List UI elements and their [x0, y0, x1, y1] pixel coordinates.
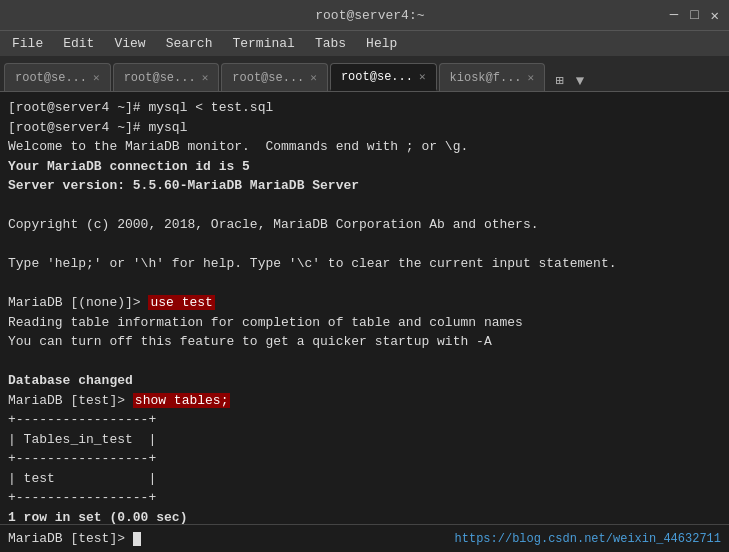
terminal-line-2: [root@server4 ~]# mysql	[8, 118, 721, 138]
title-bar: root@server4:~ ─ □ ✕	[0, 0, 729, 30]
terminal-line-22: 1 row in set (0.00 sec)	[8, 508, 721, 525]
cursor	[133, 532, 141, 546]
maximize-button[interactable]: □	[690, 7, 698, 24]
menu-search[interactable]: Search	[158, 34, 221, 53]
tab-1-close[interactable]: ✕	[93, 71, 100, 84]
use-test-highlight: use test	[148, 295, 214, 310]
tab-3-label: root@se...	[232, 71, 304, 85]
tab-bar: root@se... ✕ root@se... ✕ root@se... ✕ r…	[0, 56, 729, 92]
menu-edit[interactable]: Edit	[55, 34, 102, 53]
tab-4-close[interactable]: ✕	[419, 70, 426, 83]
tab-1-label: root@se...	[15, 71, 87, 85]
terminal-line-13: You can turn off this feature to get a q…	[8, 332, 721, 352]
tab-4[interactable]: root@se... ✕	[330, 63, 437, 91]
status-bar: MariaDB [test]> https://blog.csdn.net/we…	[0, 524, 729, 552]
terminal-line-7: Copyright (c) 2000, 2018, Oracle, MariaD…	[8, 215, 721, 235]
close-button[interactable]: ✕	[711, 7, 719, 24]
terminal-line-15: Database changed	[8, 371, 721, 391]
show-tables-highlight: show tables;	[133, 393, 231, 408]
menu-view[interactable]: View	[106, 34, 153, 53]
terminal-line-20: | test |	[8, 469, 721, 489]
terminal-line-12: Reading table information for completion…	[8, 313, 721, 333]
minimize-button[interactable]: ─	[670, 7, 678, 24]
tab-2[interactable]: root@se... ✕	[113, 63, 220, 91]
tab-3-close[interactable]: ✕	[310, 71, 317, 84]
terminal-line-6	[8, 196, 721, 216]
terminal-line-3: Welcome to the MariaDB monitor. Commands…	[8, 137, 721, 157]
terminal-line-1: [root@server4 ~]# mysql < test.sql	[8, 98, 721, 118]
tab-dropdown-button[interactable]: ▼	[572, 71, 588, 91]
tab-2-close[interactable]: ✕	[202, 71, 209, 84]
terminal-line-18: | Tables_in_test |	[8, 430, 721, 450]
terminal-line-5: Server version: 5.5.60-MariaDB MariaDB S…	[8, 176, 721, 196]
menu-help[interactable]: Help	[358, 34, 405, 53]
terminal-line-16: MariaDB [test]> show tables;	[8, 391, 721, 411]
menu-bar: File Edit View Search Terminal Tabs Help	[0, 30, 729, 56]
status-prompt: MariaDB [test]>	[8, 531, 141, 546]
menu-terminal[interactable]: Terminal	[224, 34, 302, 53]
new-tab-button[interactable]: ⊞	[551, 70, 567, 91]
terminal-line-21: +-----------------+	[8, 488, 721, 508]
terminal-line-10	[8, 274, 721, 294]
terminal-line-9: Type 'help;' or '\h' for help. Type '\c'…	[8, 254, 721, 274]
tab-1[interactable]: root@se... ✕	[4, 63, 111, 91]
title-bar-title: root@server4:~	[70, 8, 670, 23]
terminal-line-11: MariaDB [(none)]> use test	[8, 293, 721, 313]
status-url: https://blog.csdn.net/weixin_44632711	[455, 532, 721, 546]
terminal[interactable]: [root@server4 ~]# mysql < test.sql [root…	[0, 92, 729, 524]
terminal-line-4: Your MariaDB connection id is 5	[8, 157, 721, 177]
tab-actions: ⊞ ▼	[551, 70, 588, 91]
tab-3[interactable]: root@se... ✕	[221, 63, 328, 91]
menu-tabs[interactable]: Tabs	[307, 34, 354, 53]
terminal-line-8	[8, 235, 721, 255]
tab-5-label: kiosk@f...	[450, 71, 522, 85]
terminal-line-17: +-----------------+	[8, 410, 721, 430]
tab-5[interactable]: kiosk@f... ✕	[439, 63, 546, 91]
tab-2-label: root@se...	[124, 71, 196, 85]
tab-4-label: root@se...	[341, 70, 413, 84]
status-prompt-text: MariaDB [test]>	[8, 531, 133, 546]
menu-file[interactable]: File	[4, 34, 51, 53]
terminal-line-14	[8, 352, 721, 372]
title-bar-controls: ─ □ ✕	[670, 7, 719, 24]
tab-5-close[interactable]: ✕	[528, 71, 535, 84]
terminal-line-19: +-----------------+	[8, 449, 721, 469]
